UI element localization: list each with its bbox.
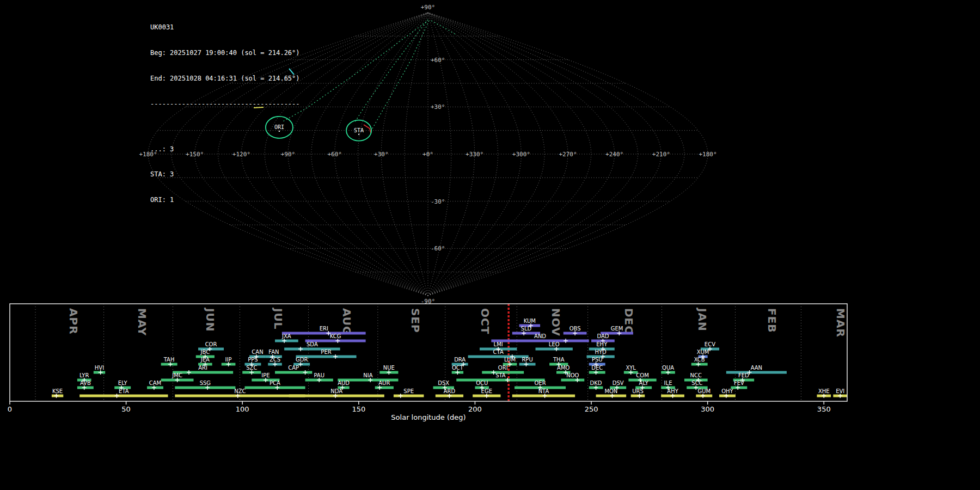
x-tick-label: 50 (121, 405, 131, 413)
shower-label-NUE: NUE (383, 365, 395, 371)
shower-label-AUD: AUD (338, 380, 350, 386)
shower-label-AAN: AAN (751, 365, 762, 371)
count-ori: ORI: 1 (150, 196, 300, 205)
shower-label-OHY: OHY (721, 388, 733, 394)
radiant-label-STA: STA (354, 127, 364, 133)
shower-label-PCA: PCA (270, 380, 280, 386)
shower-label-JBC: JBC (200, 349, 210, 355)
ra-label: +0° (422, 151, 433, 158)
shower-label-COM: COM (636, 372, 648, 378)
month-label: JAN (696, 307, 709, 332)
count-sporadic: ...: 3 (150, 145, 300, 154)
shower-label-XYL: XYL (626, 365, 636, 371)
shower-label-OCU: OCU (476, 380, 488, 386)
shower-label-FED: FED (738, 372, 749, 378)
month-label: MAR (834, 308, 847, 338)
ra-label: +210° (652, 151, 670, 158)
shower-label-URS: URS (632, 388, 644, 394)
shower-label-DSX: DSX (438, 380, 449, 386)
shower-label-ECV: ECV (705, 341, 715, 347)
shower-label-TAH: TAH (163, 357, 175, 363)
shower-label-KCG: KCG (330, 333, 341, 339)
shower-label-ALY: ALY (639, 380, 649, 386)
shower-label-NCC: NCC (690, 372, 702, 378)
meteor-trail (372, 21, 429, 128)
shower-label-LMI: LMI (494, 341, 503, 347)
shower-label-AHY: AHY (667, 388, 678, 394)
ra-label: +240° (605, 151, 623, 158)
shower-label-DEC: DEC (591, 365, 603, 371)
x-axis-label: Solar longitude (deg) (391, 413, 465, 421)
shower-label-SSG: SSG (200, 380, 211, 386)
grid-meridian (358, 13, 428, 296)
dec-label: -30° (431, 198, 445, 205)
dec-label: +30° (431, 103, 445, 111)
x-tick-label: 350 (817, 405, 831, 413)
shower-label-LYR: LYR (79, 372, 89, 378)
shower-label-ARD: ARD (444, 388, 456, 394)
shower-label-GEM: GEM (611, 326, 623, 332)
grid-meridian (428, 13, 498, 296)
shower-label-JEA: JEA (200, 357, 210, 363)
timeline-border (10, 304, 847, 401)
x-tick-label: 300 (701, 405, 714, 413)
shower-label-ETA: ETA (119, 388, 129, 394)
shower-label-DKD: DKD (590, 380, 602, 386)
dec-label: +60° (431, 57, 445, 64)
shower-label-XCB: XCB (694, 357, 705, 363)
shower-label-FAN: FAN (268, 349, 279, 355)
ra-label: +330° (465, 151, 483, 158)
shower-label-NZC: NZC (234, 388, 246, 394)
begin-line: Beg: 20251027 19:00:40 (sol = 214.26°) (150, 49, 300, 58)
shower-label-OER: OER (534, 380, 546, 386)
shower-label-SZC: SZC (246, 365, 257, 371)
station-id: UK0031 (150, 23, 300, 32)
spacer (150, 125, 300, 128)
shower-label-KSE: KSE (52, 388, 63, 394)
ra-label: +30° (374, 151, 389, 158)
shower-label-XUM: XUM (697, 349, 709, 355)
shower-label-FEV: FEV (734, 380, 744, 386)
shower-label-GDR: GDR (296, 357, 308, 363)
shower-label-KUM: KUM (524, 318, 536, 324)
shower-label-CAP: CAP (288, 365, 299, 371)
shower-label-PPS: PPS (248, 357, 258, 363)
shower-label-SCC: SCC (691, 380, 702, 386)
x-tick-label: 0 (8, 405, 12, 413)
x-tick-label: 250 (585, 405, 598, 413)
shower-label-DAD: DAD (597, 333, 609, 339)
shower-label-SDA: SDA (307, 341, 318, 347)
shower-label-EGE: EGE (481, 388, 492, 394)
grid-meridian (428, 13, 568, 296)
sky-map-and-activity-timeline: +90°+60°+30°-30°-60°-90°+180°+150°+120°+… (0, 0, 980, 490)
shower-label-CAM: CAM (149, 380, 161, 386)
ra-label: +180° (699, 151, 716, 158)
month-label: NOV (549, 308, 562, 336)
shower-label-CAN: CAN (252, 349, 263, 355)
shower-label-PER: PER (321, 349, 331, 355)
month-label: AUG (340, 308, 353, 336)
shower-label-EVI: EVI (836, 388, 844, 394)
month-label: DEC (622, 308, 635, 334)
shower-label-LEO: LEO (549, 341, 560, 347)
shower-label-RPU: RPU (522, 357, 532, 363)
radiant-center-STA (358, 133, 359, 134)
shower-label-PAU: PAU (314, 372, 324, 378)
shower-label-EHY: EHY (596, 341, 608, 347)
shower-label-OCT: OCT (452, 365, 464, 371)
x-tick-label: 100 (236, 405, 249, 413)
shower-label-ZCS: ZCS (270, 357, 280, 363)
radiant-plot-page: UK0031 Beg: 20251027 19:00:40 (sol = 214… (0, 0, 980, 490)
shower-label-ELY: ELY (118, 380, 128, 386)
meteor-trail (355, 20, 428, 122)
shower-label-NOO: NOO (566, 372, 579, 378)
shower-label-OBS: OBS (569, 326, 581, 332)
shower-label-SPE: SPE (403, 388, 414, 394)
shower-label-MON: MON (604, 388, 617, 394)
shower-label-GUM: GUM (697, 388, 710, 394)
shower-label-ILE: ILE (664, 380, 672, 386)
month-label: FEB (765, 308, 779, 333)
month-label: JUN (204, 307, 217, 332)
shower-label-DSV: DSV (612, 380, 624, 386)
shower-label-DRA: DRA (454, 357, 465, 363)
